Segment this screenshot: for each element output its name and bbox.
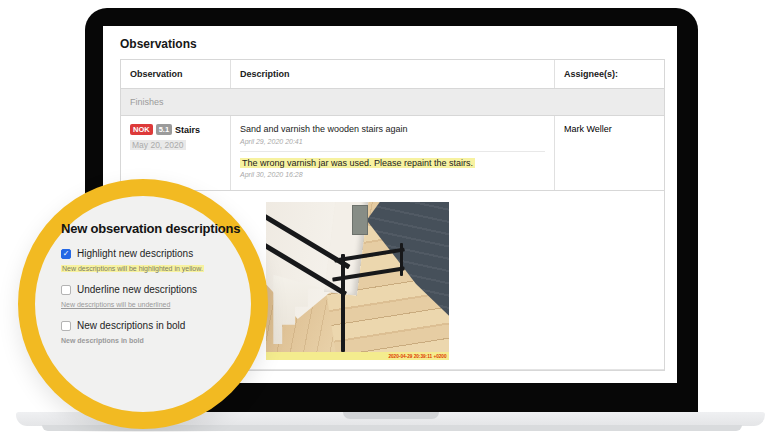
observation-number-badge: 5.1: [156, 124, 172, 135]
column-header-observation: Observation: [121, 60, 231, 88]
photo-rail-post: [341, 254, 345, 352]
photo-rail-post: [400, 243, 403, 276]
observation-date: May 20, 2020: [130, 140, 186, 150]
description-divider: [240, 151, 545, 152]
settings-title: New observation descriptions: [61, 221, 257, 236]
description-text: Sand and varnish the wooden stairs again: [240, 124, 545, 136]
screenshot-stage: Observations Observation Description Ass…: [0, 0, 768, 432]
status-badge-nok: NOK: [130, 124, 153, 135]
option-label[interactable]: New descriptions in bold: [77, 320, 185, 331]
option-highlight-new-descriptions[interactable]: ✓ Highlight new descriptions: [61, 248, 257, 259]
check-icon: ✓: [63, 250, 70, 258]
magnifier-lens: New observation descriptions ✓ Highlight…: [18, 179, 268, 429]
description-entry: Sand and varnish the wooden stairs again…: [240, 124, 545, 145]
option-label[interactable]: Underline new descriptions: [77, 284, 197, 295]
column-header-description: Description: [231, 60, 555, 88]
photo-doorway: [352, 205, 368, 235]
checkbox-checked-icon[interactable]: ✓: [61, 249, 71, 259]
note-bold-text: New descriptions in bold: [61, 337, 144, 344]
description-timestamp: April 30, 2020 16:28: [240, 171, 545, 178]
laptop-base-notch: [343, 412, 439, 419]
section-row-finishes: Finishes: [121, 89, 664, 116]
note-underlined-text: New descriptions will be underlined: [61, 301, 170, 308]
photo-timestamp: 2020-04-29 20:39:11 +0200: [389, 354, 447, 359]
lens-settings-panel: New observation descriptions ✓ Highlight…: [61, 221, 257, 344]
option-note: New descriptions in bold: [61, 337, 257, 344]
photo-timestamp-strip: 2020-04-29 20:39:11 +0200: [266, 352, 449, 360]
checkbox-unchecked-icon[interactable]: [61, 285, 71, 295]
page-title: Observations: [120, 37, 197, 51]
option-note: New descriptions will be highlighted in …: [61, 265, 257, 272]
table-header-row: Observation Description Assignee(s):: [121, 60, 664, 89]
observation-name: Stairs: [175, 125, 200, 135]
observation-row[interactable]: NOK5.1Stairs May 20, 2020 Sand and varni…: [121, 116, 664, 191]
option-underline-new-descriptions[interactable]: Underline new descriptions: [61, 284, 257, 295]
checkbox-unchecked-icon[interactable]: [61, 321, 71, 331]
observation-photo[interactable]: 2020-04-29 20:39:11 +0200: [266, 202, 449, 360]
option-label[interactable]: Highlight new descriptions: [77, 248, 193, 259]
option-note: New descriptions will be underlined: [61, 301, 257, 308]
description-text-highlighted: The wrong varnish jar was used. Please r…: [240, 158, 475, 168]
note-highlighted-text: New descriptions will be highlighted in …: [61, 265, 204, 272]
column-header-assignee: Assignee(s):: [555, 60, 664, 88]
description-entry-new: The wrong varnish jar was used. Please r…: [240, 158, 545, 179]
description-timestamp: April 29, 2020 20:41: [240, 138, 545, 145]
assignee-cell: Mark Weller: [555, 116, 664, 190]
description-cell: Sand and varnish the wooden stairs again…: [231, 116, 555, 190]
option-new-descriptions-in-bold[interactable]: New descriptions in bold: [61, 320, 257, 331]
